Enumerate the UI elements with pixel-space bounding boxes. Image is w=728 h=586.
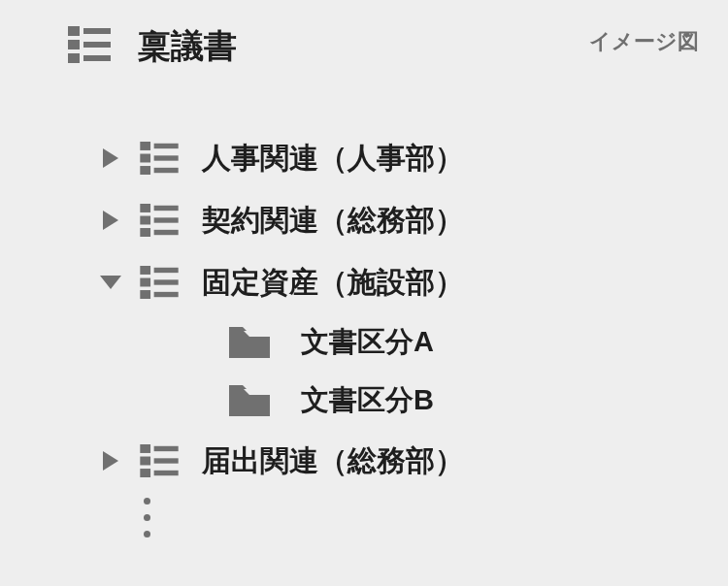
category-list-icon (68, 26, 111, 67)
svg-rect-7 (140, 142, 150, 150)
svg-rect-18 (140, 228, 150, 237)
tree-category-label: 届出関連（総務部） (202, 441, 464, 481)
tree-category-item[interactable]: 契約関連（総務部） (97, 189, 689, 251)
svg-rect-5 (83, 55, 111, 61)
svg-rect-24 (154, 279, 179, 284)
svg-rect-4 (68, 53, 80, 63)
svg-rect-25 (140, 290, 150, 299)
chevron-right-icon[interactable] (97, 146, 124, 170)
tree-category-item[interactable]: 固定資産（施設部） (97, 251, 689, 313)
category-list-icon (138, 204, 181, 237)
more-vertical-icon (144, 498, 689, 537)
svg-rect-12 (154, 168, 179, 173)
tree-leaf-label: 文書区分B (301, 381, 434, 420)
svg-marker-20 (100, 276, 121, 289)
svg-rect-19 (154, 230, 179, 235)
caption-label: イメージ図 (589, 27, 699, 56)
tree-category-label: 固定資産（施設部） (202, 263, 464, 303)
tree-category-item[interactable]: 人事関連（人事部） (97, 127, 689, 189)
tree-category-item[interactable]: 届出関連（総務部） (97, 430, 689, 492)
chevron-right-icon[interactable] (97, 449, 124, 472)
svg-rect-23 (140, 278, 150, 287)
svg-rect-16 (140, 216, 150, 225)
folder-icon (225, 383, 274, 418)
tree-children: 文書区分A 文書区分B (97, 313, 689, 430)
svg-marker-13 (103, 211, 118, 230)
tree-category-label: 人事関連（人事部） (202, 139, 464, 179)
svg-rect-2 (68, 40, 80, 49)
svg-marker-27 (103, 451, 118, 471)
tree-leaf-item[interactable]: 文書区分A (225, 313, 689, 372)
svg-rect-33 (154, 471, 179, 475)
tree-leaf-label: 文書区分A (301, 323, 434, 362)
svg-rect-9 (140, 154, 150, 163)
svg-rect-3 (83, 42, 111, 48)
chevron-right-icon[interactable] (97, 209, 124, 232)
svg-rect-17 (154, 217, 179, 222)
svg-rect-26 (154, 292, 179, 297)
svg-rect-1 (83, 28, 111, 34)
svg-rect-28 (140, 444, 150, 453)
svg-rect-14 (140, 204, 150, 212)
svg-rect-21 (140, 266, 150, 275)
tree-root-label: 稟議書 (138, 24, 237, 69)
svg-rect-29 (154, 446, 179, 451)
chevron-down-icon[interactable] (97, 274, 124, 291)
svg-rect-22 (154, 268, 179, 273)
svg-rect-10 (154, 155, 179, 160)
tree: 人事関連（人事部） 契約関連（総務部） 固定資産（施設部） (68, 127, 689, 537)
category-list-icon (138, 266, 181, 299)
category-list-icon (138, 444, 181, 477)
svg-rect-8 (154, 144, 179, 148)
tree-leaf-item[interactable]: 文書区分B (225, 372, 689, 430)
folder-icon (225, 325, 274, 360)
svg-rect-11 (140, 166, 150, 175)
svg-rect-31 (154, 458, 179, 463)
svg-marker-6 (103, 148, 118, 168)
svg-rect-0 (68, 26, 80, 36)
tree-category-label: 契約関連（総務部） (202, 201, 464, 241)
svg-rect-30 (140, 457, 150, 466)
svg-rect-32 (140, 469, 150, 477)
category-list-icon (138, 142, 181, 175)
svg-rect-15 (154, 206, 179, 211)
